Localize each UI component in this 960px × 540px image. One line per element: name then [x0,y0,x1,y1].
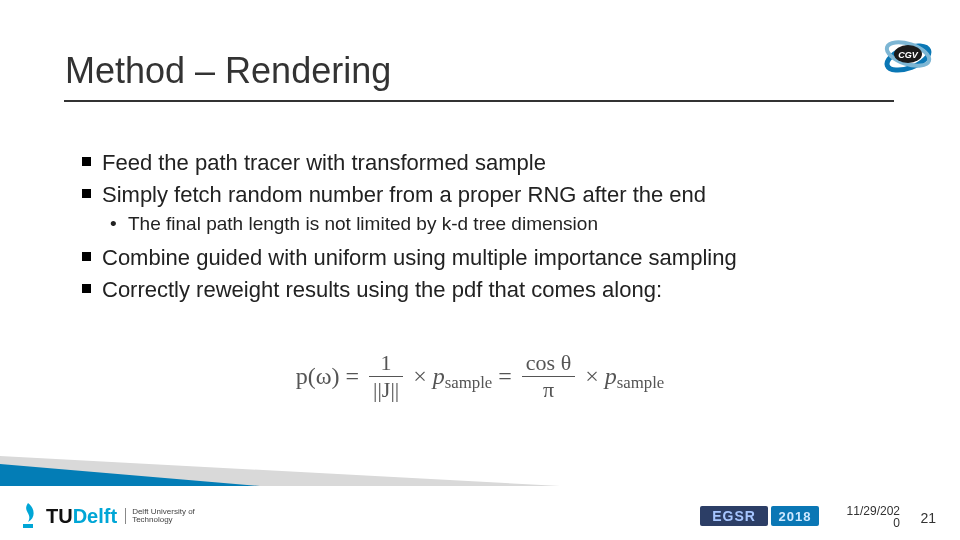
footer-date: 11/29/202 0 [830,505,900,530]
body-content: Feed the path tracer with transformed sa… [82,148,882,306]
formula-times2: × [579,363,605,389]
cgv-text: CGV [898,50,919,60]
egsr-text: EGSR [712,508,756,524]
footer-date-l1: 11/29/202 [830,505,900,518]
cgv-logo: CGV [880,34,936,78]
formula-psample1: p [433,363,445,389]
formula-frac2: cos θπ [522,352,575,401]
decor-wedge-blue [0,464,260,486]
formula-psample1-sub: sample [445,373,493,392]
tudelft-logo: TUDelft Delft University of Technology [18,502,195,530]
formula-frac1-num: 1 [369,352,403,376]
formula-psample2: p [605,363,617,389]
bullet-fetch-random: Simply fetch random number from a proper… [82,180,882,210]
title-rule [64,100,894,102]
formula-eq2: = [492,363,518,389]
formula-frac2-num: cos θ [522,352,575,376]
formula-frac1: 1||J|| [369,352,403,401]
formula-lhs: p(ω) [296,363,340,389]
tudelft-tu: TU [46,505,73,527]
subbullet-path-length: The final path length is not limited by … [82,211,882,237]
tudelft-word: TUDelft [46,505,117,528]
bullet-reweight: Correctly reweight results using the pdf… [82,275,882,305]
tudelft-sub2: Technology [132,516,195,524]
formula-times1: × [407,363,433,389]
bullet-feed-path: Feed the path tracer with transformed sa… [82,148,882,178]
formula-eq1: = [339,363,365,389]
egsr-year: 2018 [779,509,812,524]
formula: p(ω) = 1||J|| × psample = cos θπ × psamp… [0,352,960,401]
tudelft-subtitle: Delft University of Technology [125,508,195,525]
bullet-combine-guided: Combine guided with uniform using multip… [82,243,882,273]
formula-frac1-den: ||J|| [369,376,403,401]
footer-date-l2: 0 [830,517,900,530]
formula-frac2-den: π [522,376,575,401]
egsr-logo: EGSR 2018 [700,505,820,527]
page-number: 21 [920,510,936,526]
slide-title: Method – Rendering [65,50,391,92]
svg-rect-3 [23,524,33,528]
formula-psample2-sub: sample [617,373,665,392]
tudelft-delft: Delft [73,505,117,527]
flame-icon [18,502,38,530]
